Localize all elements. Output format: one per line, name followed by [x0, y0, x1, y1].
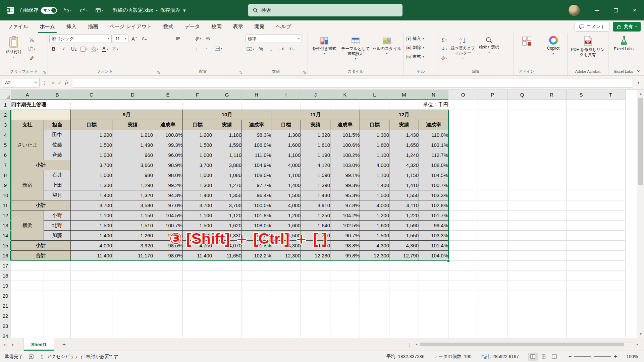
cell[interactable] — [448, 140, 478, 150]
subtotal-value[interactable]: 3,700 — [71, 200, 112, 210]
subtotal-value[interactable]: 3,660 — [112, 160, 153, 170]
column-header-F[interactable]: F — [183, 90, 212, 100]
cell[interactable] — [153, 271, 183, 281]
cell[interactable] — [478, 281, 507, 291]
value-cell[interactable]: 99.4% — [419, 221, 448, 231]
value-cell[interactable]: 1,000 — [71, 150, 112, 160]
row-header-22[interactable]: 22 — [0, 311, 11, 321]
bold-button[interactable]: B — [49, 45, 58, 53]
font-color-button[interactable]: A ▾ — [101, 45, 109, 53]
increase-decimal-button[interactable]: ←.0 — [277, 45, 285, 53]
staff-cell[interactable]: 田中 — [44, 130, 71, 140]
cell[interactable] — [153, 100, 183, 110]
sheet-nav-prev-button[interactable]: ◂ — [0, 342, 9, 347]
row-header-2[interactable]: 2 — [0, 110, 11, 120]
cell[interactable] — [478, 160, 507, 170]
cell[interactable] — [478, 170, 507, 180]
sub-header[interactable]: 達成率 — [242, 120, 271, 130]
normal-view-button[interactable] — [528, 353, 538, 361]
cell[interactable] — [537, 210, 567, 221]
cell[interactable] — [537, 150, 567, 160]
cell[interactable] — [448, 170, 478, 180]
cell[interactable] — [567, 301, 596, 311]
value-cell[interactable]: 1,120 — [212, 210, 242, 221]
cell[interactable] — [242, 100, 271, 110]
cell[interactable] — [596, 221, 626, 231]
value-cell[interactable]: 99.1% — [330, 170, 360, 180]
cell[interactable] — [478, 231, 507, 241]
column-header-P[interactable]: P — [478, 90, 507, 100]
cell[interactable] — [389, 261, 419, 271]
tab-home[interactable]: ホーム — [34, 20, 61, 33]
cell[interactable] — [567, 170, 596, 180]
format-as-table-button[interactable]: テーブルとして書式設定 ▾ — [340, 35, 370, 61]
sub-header[interactable]: 目標 — [271, 120, 301, 130]
cell[interactable] — [507, 281, 537, 291]
value-cell[interactable]: 104.5% — [153, 210, 183, 221]
value-cell[interactable]: 1,000 — [183, 150, 212, 160]
cell[interactable] — [330, 100, 360, 110]
total-value[interactable]: 102.2% — [242, 251, 271, 261]
cell[interactable] — [478, 261, 507, 271]
column-header-M[interactable]: M — [389, 90, 419, 100]
number-dialog-launcher[interactable] — [303, 71, 306, 74]
cell[interactable] — [183, 271, 212, 281]
cancel-entry-button[interactable]: × — [52, 80, 54, 85]
value-cell[interactable]: 104.2% — [330, 210, 360, 221]
value-cell[interactable]: 90.7% — [330, 231, 360, 241]
subtotal-value[interactable]: 108.0% — [419, 160, 448, 170]
sub-header[interactable]: 達成率 — [419, 120, 448, 130]
cell[interactable] — [301, 261, 330, 271]
new-sheet-button[interactable]: + — [60, 340, 68, 349]
cell[interactable] — [11, 321, 44, 331]
name-box[interactable]: A2 ▾ — [2, 78, 40, 87]
cell[interactable] — [11, 331, 44, 338]
value-cell[interactable]: 97.7% — [242, 180, 271, 190]
tab-data[interactable]: データ — [179, 20, 206, 33]
cell[interactable] — [537, 321, 567, 331]
value-cell[interactable]: 100.6% — [330, 140, 360, 150]
cell[interactable] — [567, 251, 596, 261]
total-value[interactable]: 11,400 — [71, 251, 112, 261]
horizontal-scroll-thumb[interactable] — [420, 343, 624, 346]
scroll-down-button[interactable]: ▼ — [637, 330, 644, 337]
cell[interactable] — [478, 221, 507, 231]
excel-app-icon[interactable]: X — [5, 5, 15, 15]
cell[interactable] — [242, 291, 271, 301]
cell[interactable] — [567, 291, 596, 301]
cell[interactable] — [301, 311, 330, 321]
cell[interactable] — [212, 100, 242, 110]
tab-developer[interactable]: 開発 — [249, 20, 270, 33]
total-value[interactable]: 104.0% — [419, 251, 448, 261]
cell[interactable] — [44, 271, 71, 281]
cell[interactable] — [271, 261, 301, 271]
value-cell[interactable]: 1,080 — [212, 170, 242, 180]
cut-button[interactable] — [28, 36, 36, 44]
value-cell[interactable]: 96.0% — [153, 150, 183, 160]
cell[interactable] — [448, 321, 478, 331]
value-cell[interactable]: 1,500 — [71, 221, 112, 231]
value-cell[interactable]: 1,590 — [212, 140, 242, 150]
column-header-D[interactable]: D — [112, 90, 153, 100]
staff-cell[interactable]: 佐藤 — [44, 140, 71, 150]
month-header[interactable]: 9月 — [71, 110, 183, 120]
cell[interactable] — [271, 311, 301, 321]
cell[interactable] — [183, 261, 212, 271]
staff-cell[interactable]: 石井 — [44, 170, 71, 180]
cell[interactable] — [507, 241, 537, 251]
cell[interactable] — [112, 321, 153, 331]
decrease-font-button[interactable]: A▾ — [140, 35, 149, 43]
month-header[interactable]: 11月 — [271, 110, 360, 120]
align-middle-button[interactable] — [173, 35, 182, 43]
sub-header[interactable]: 達成率 — [330, 120, 360, 130]
cell[interactable] — [419, 331, 448, 338]
row-header-5[interactable]: 5 — [0, 140, 11, 150]
cell[interactable] — [419, 311, 448, 321]
cell[interactable] — [212, 281, 242, 291]
sub-header[interactable]: 実績 — [212, 120, 242, 130]
row-header-13[interactable]: 13 — [0, 221, 11, 231]
find-select-button[interactable]: 検索と選択 ▾ — [477, 35, 501, 54]
cell[interactable] — [11, 271, 44, 281]
user-avatar[interactable] — [568, 4, 580, 16]
column-header-R[interactable]: R — [537, 90, 567, 100]
